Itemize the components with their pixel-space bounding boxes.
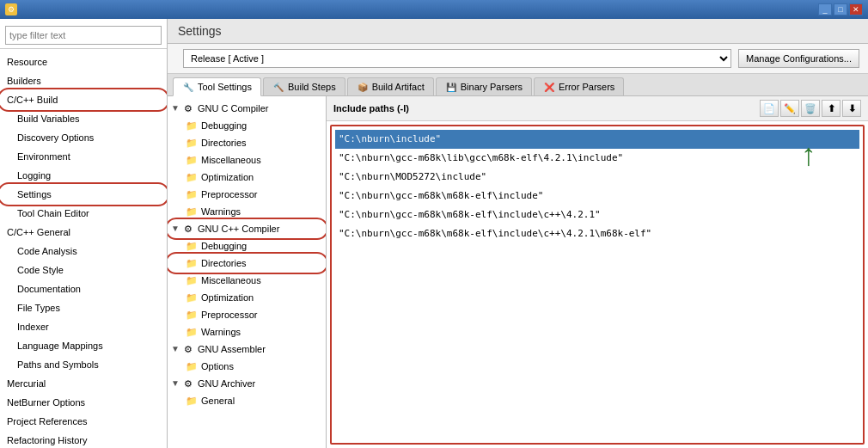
stree-item-optimization[interactable]: 📁 Optimization xyxy=(168,169,326,186)
manage-configurations-button[interactable]: Manage Configurations... xyxy=(738,49,859,68)
sidebar-items-container: ResourceBuildersC/C++ BuildBuild Variabl… xyxy=(0,52,167,448)
split-pane: ▼ ⚙ GNU C Compiler 📁 Debugging 📁 Directo… xyxy=(168,96,868,448)
tab-build-artifact[interactable]: 📦 Build Artifact xyxy=(347,77,434,95)
stree-group-gnu-c-compiler[interactable]: ▼ ⚙ GNU C Compiler xyxy=(168,100,326,117)
stree-item-directories[interactable]: 📁 Directories xyxy=(168,134,326,151)
content-area: ResourceBuildersC/C++ BuildBuild Variabl… xyxy=(0,19,868,448)
sidebar-item-language-mappings[interactable]: Language Mappings xyxy=(0,336,167,355)
sidebar-item-paths-and-symbols[interactable]: Paths and Symbols xyxy=(0,355,167,374)
minimize-button[interactable]: _ xyxy=(818,3,832,15)
stree-item-optimization[interactable]: 📁 Optimization xyxy=(168,289,326,306)
sidebar-item-environment[interactable]: Environment xyxy=(0,147,167,166)
tab-build-steps[interactable]: 🔨 Build Steps xyxy=(263,77,345,95)
error-parsers-icon: ❌ xyxy=(543,81,555,93)
config-bar: Release [ Active ] Manage Configurations… xyxy=(168,44,868,74)
filter-box xyxy=(0,22,167,49)
stree-item-preprocessor[interactable]: 📁 Preprocessor xyxy=(168,186,326,203)
sidebar-item-build-variables[interactable]: Build Variables xyxy=(0,109,167,128)
include-paths-header: Include paths (-I) 📄✏️🗑️⬆⬇ xyxy=(327,96,868,121)
new-button[interactable]: 📄 xyxy=(760,100,779,117)
stree-item-options[interactable]: 📁 Options xyxy=(168,358,326,375)
app-icon: ⚙ xyxy=(5,3,17,15)
content-pane: Include paths (-I) 📄✏️🗑️⬆⬇ "C:\nburn\inc… xyxy=(327,96,868,448)
sidebar-item-mercurial[interactable]: Mercurial xyxy=(0,374,167,393)
close-button[interactable]: ✕ xyxy=(849,3,863,15)
stree-item-general[interactable]: 📁 General xyxy=(168,392,326,409)
include-paths-label: Include paths (-I) xyxy=(333,103,409,114)
include-path-item[interactable]: "C:\nburn\gcc-m68k\lib\gcc\m68k-elf\4.2.… xyxy=(335,149,859,168)
build-artifact-icon: 📦 xyxy=(357,81,369,93)
stree-item-miscellaneous[interactable]: 📁 Miscellaneous xyxy=(168,151,326,169)
delete-button[interactable]: 🗑️ xyxy=(801,100,820,117)
sidebar: ResourceBuildersC/C++ BuildBuild Variabl… xyxy=(0,19,168,448)
build-steps-icon: 🔨 xyxy=(272,81,284,93)
sidebar-item-discovery-options[interactable]: Discovery Options xyxy=(0,128,167,147)
sidebar-item-code-style[interactable]: Code Style xyxy=(0,261,167,279)
include-path-item[interactable]: "C:\nburn\gcc-m68k\m68k-elf\include\c++\… xyxy=(335,224,859,243)
move-down-button[interactable]: ⬇ xyxy=(842,100,861,117)
tool-settings-icon: 🔧 xyxy=(182,81,194,93)
tab-binary-parsers[interactable]: 💾 Binary Parsers xyxy=(436,77,532,95)
window-controls: _ □ ✕ xyxy=(818,3,863,15)
tab-error-parsers[interactable]: ❌ Error Parsers xyxy=(534,77,624,95)
sidebar-item-documentation[interactable]: Documentation xyxy=(0,279,167,298)
edit-button[interactable]: ✏️ xyxy=(780,100,799,117)
sidebar-item-settings[interactable]: Settings xyxy=(0,185,167,204)
sidebar-item-netburner-options[interactable]: NetBurner Options xyxy=(0,393,167,412)
sidebar-item-refactoring-history[interactable]: Refactoring History xyxy=(0,431,167,448)
settings-tree: ▼ ⚙ GNU C Compiler 📁 Debugging 📁 Directo… xyxy=(168,96,327,448)
sidebar-item-indexer[interactable]: Indexer xyxy=(0,317,167,336)
sidebar-item-project-references[interactable]: Project References xyxy=(0,412,167,431)
include-paths-list: "C:\nburn\include""C:\nburn\gcc-m68k\lib… xyxy=(330,125,865,445)
stree-item-debugging[interactable]: 📁 Debugging xyxy=(168,237,326,255)
stree-group-gnu-archiver[interactable]: ▼ ⚙ GNU Archiver xyxy=(168,375,326,392)
filter-input[interactable] xyxy=(5,26,162,45)
tabs-bar: 🔧 Tool Settings🔨 Build Steps📦 Build Arti… xyxy=(168,74,868,96)
sidebar-item-tool-chain-editor[interactable]: Tool Chain Editor xyxy=(0,204,167,223)
move-up-button[interactable]: ⬆ xyxy=(822,100,840,117)
stree-group-gnu-c++-compiler[interactable]: ▼ ⚙ GNU C++ Compiler xyxy=(168,220,326,237)
stree-item-warnings[interactable]: 📁 Warnings xyxy=(168,203,326,220)
binary-parsers-icon: 💾 xyxy=(445,81,457,93)
sidebar-item-logging[interactable]: Logging xyxy=(0,166,167,185)
stree-item-miscellaneous[interactable]: 📁 Miscellaneous xyxy=(168,272,326,289)
stree-item-preprocessor[interactable]: 📁 Preprocessor xyxy=(168,306,326,323)
stree-item-warnings[interactable]: 📁 Warnings xyxy=(168,323,326,341)
config-select[interactable]: Release [ Active ] xyxy=(183,49,731,68)
pane-toolbar: 📄✏️🗑️⬆⬇ xyxy=(760,100,861,117)
green-arrow-annotation: ↑ xyxy=(801,139,816,170)
right-panel: Settings Release [ Active ] Manage Confi… xyxy=(168,19,868,448)
include-path-item[interactable]: "C:\nburn\MOD5272\include" xyxy=(335,168,859,187)
title-bar: ⚙ _ □ ✕ xyxy=(0,0,868,19)
include-path-item[interactable]: "C:\nburn\gcc-m68k\m68k-elf\include" xyxy=(335,187,859,206)
sidebar-item-c-cpp-general[interactable]: C/C++ General xyxy=(0,223,167,242)
sidebar-item-file-types[interactable]: File Types xyxy=(0,298,167,317)
stree-item-directories[interactable]: 📁 Directories xyxy=(168,255,326,272)
include-path-item[interactable]: "C:\nburn\include" xyxy=(335,130,859,149)
settings-header: Settings xyxy=(168,19,868,44)
sidebar-item-resource[interactable]: Resource xyxy=(0,52,167,71)
maximize-button[interactable]: □ xyxy=(834,3,847,15)
tab-tool-settings[interactable]: 🔧 Tool Settings xyxy=(173,77,261,96)
sidebar-item-code-analysis[interactable]: Code Analysis xyxy=(0,242,167,261)
sidebar-item-builders[interactable]: Builders xyxy=(0,71,167,90)
include-path-item[interactable]: "C:\nburn\gcc-m68k\m68k-elf\include\c++\… xyxy=(335,206,859,224)
stree-group-gnu-assembler[interactable]: ▼ ⚙ GNU Assembler xyxy=(168,341,326,358)
sidebar-item-c-cpp-build[interactable]: C/C++ Build xyxy=(0,90,167,109)
settings-title: Settings xyxy=(178,24,222,38)
main-container: ResourceBuildersC/C++ BuildBuild Variabl… xyxy=(0,19,868,448)
stree-item-debugging[interactable]: 📁 Debugging xyxy=(168,117,326,134)
